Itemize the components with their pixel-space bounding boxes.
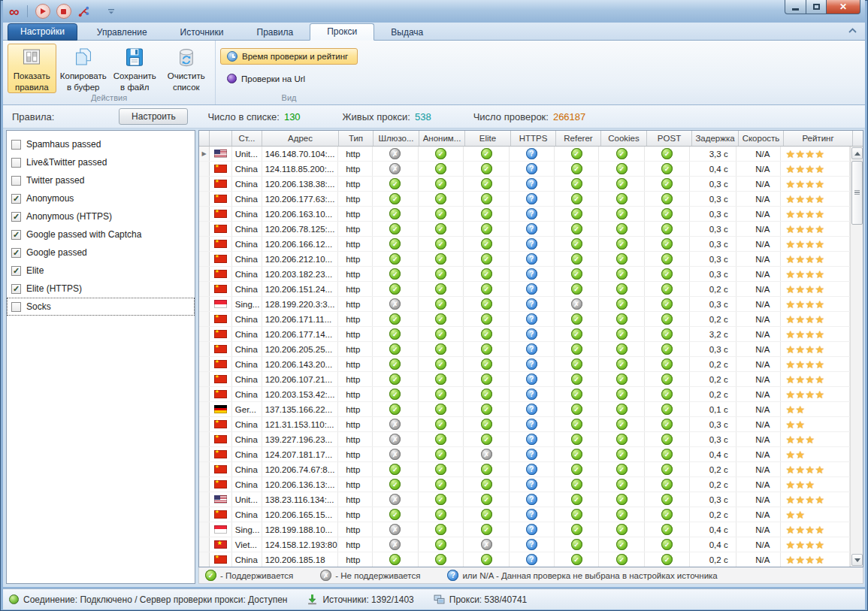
checkbox[interactable]	[11, 158, 21, 168]
address-cell: 124.118.85.200:...	[262, 162, 339, 176]
table-row[interactable]: Unit...138.23.116.134:...http✗✓✓?✓✓✓0,3 …	[199, 492, 850, 507]
tab-istochniki[interactable]: Источники	[164, 25, 240, 41]
table-row[interactable]: China120.206.165.15...http✓✓✓?✓✓✓0,2 сN/…	[199, 507, 850, 522]
checkbox-checked[interactable]: ✓	[11, 284, 21, 294]
rule-checkbox-item[interactable]: Socks	[7, 298, 195, 316]
table-row[interactable]: China120.206.205.25...http✓✓✓?✓✓✓0,3 сN/…	[199, 342, 850, 357]
rule-checkbox-item[interactable]: Spamhaus passed	[7, 135, 195, 153]
question-unknown-icon: ?	[526, 419, 537, 430]
column-header-post[interactable]: POST	[647, 131, 692, 146]
table-row[interactable]: China120.203.153.42:...http✓✓✓?✓✓✓0,2 сN…	[199, 387, 850, 402]
column-header[interactable]	[199, 131, 210, 146]
rule-checkbox-item[interactable]: ✓Anonymous (HTTPS)	[7, 207, 195, 225]
tab-pravila[interactable]: Правила	[240, 25, 310, 41]
vertical-scrollbar[interactable]	[850, 147, 863, 567]
flag-cn-icon	[214, 315, 227, 323]
rule-checkbox-item[interactable]: ✓Google passed	[7, 243, 195, 262]
column-header-ст[interactable]: Ст...	[232, 131, 262, 146]
delay-cell: 0,2 с	[690, 372, 736, 386]
minimize-button[interactable]	[785, 0, 806, 14]
rule-checkbox-item[interactable]: ✓Anonymous	[7, 189, 195, 207]
table-row[interactable]: China120.206.177.14...http✓✓✓?✓✓✓3,2 сN/…	[199, 327, 850, 342]
maximize-button[interactable]	[806, 0, 827, 14]
check-supported-icon: ✓	[616, 238, 628, 250]
chevron-up-icon[interactable]	[848, 27, 857, 34]
table-row[interactable]: China120.206.74.67:8...http✓✓✓?✓✓✓0,2 сN…	[199, 462, 850, 477]
table-row[interactable]: China120.206.143.20...http✓✓✓?✓✓✓0,2 сN/…	[199, 357, 850, 372]
table-row[interactable]: China120.206.171.11...http✓✓✓?✓✓✓0,2 сN/…	[199, 312, 850, 327]
table-row[interactable]: China120.206.78.125:...http✓✓✓?✓✓✓0,3 сN…	[199, 222, 850, 237]
column-header-elite[interactable]: Elite	[465, 131, 511, 146]
checkbox-checked[interactable]: ✓	[11, 266, 21, 276]
column-header-referer[interactable]: Referer	[556, 131, 601, 146]
checkbox-checked[interactable]: ✓	[11, 230, 21, 240]
start-button[interactable]	[35, 4, 50, 19]
configure-button[interactable]: Настроить	[119, 108, 188, 125]
table-row[interactable]: China120.206.166.12...http✓✓✓?✓✓✓0,3 сN/…	[199, 237, 850, 252]
column-header-шлюзо[interactable]: Шлюзо...	[374, 131, 419, 146]
table-row[interactable]: Viet...124.158.12.193:80http✗✓✗?✓✓✓0,4 с…	[199, 537, 850, 552]
check-cell: ✓	[645, 357, 690, 371]
rule-checkbox-item[interactable]: Live&Twitter passed	[7, 153, 195, 171]
tools-icon[interactable]	[77, 5, 90, 18]
column-header-задержка[interactable]: Задержка	[692, 131, 739, 146]
checkbox[interactable]	[11, 302, 21, 312]
table-row[interactable]: China121.31.153.110:...http✗✓✓?✓✓✓0,3 сN…	[199, 417, 850, 432]
table-row[interactable]: Sing...128.199.220.3:3...http✗✓✓?✗✓✓0,3 …	[199, 297, 850, 312]
tab-nastroyki[interactable]: Настройки	[8, 23, 77, 41]
check-cell: ✓	[464, 162, 510, 176]
column-header-тип[interactable]: Тип	[339, 131, 374, 146]
stop-button[interactable]	[56, 4, 71, 19]
table-row[interactable]: China120.206.185.18http✓✓✓?✓✓✓0,2 сN/A★★…	[199, 552, 850, 567]
column-header-скорость[interactable]: Скорость	[739, 131, 784, 146]
copy-to-clipboard-button[interactable]: Копировать в буфер	[59, 44, 108, 93]
table-row[interactable]: China124.207.181.17...http✗✓✗?✓✓✓0,4 сN/…	[199, 447, 850, 462]
table-row[interactable]: China120.206.151.24...http✓✓✓?✓✓✓0,2 сN/…	[199, 282, 850, 297]
table-row[interactable]: China120.206.107.21...http✓✓✓?✓✓✓0,2 сN/…	[199, 372, 850, 387]
rule-checkbox-item[interactable]: ✓Google passed with Captcha	[7, 225, 195, 243]
scroll-down-arrow[interactable]	[851, 554, 863, 566]
table-row[interactable]: China120.206.163.10...http✓✓✓?✓✓✓0,3 сN/…	[199, 207, 850, 222]
rule-checkbox-item[interactable]: ✓Elite (HTTPS)	[7, 280, 195, 298]
country-cell: China	[232, 507, 262, 522]
tab-proksi[interactable]: Прокси	[310, 23, 374, 41]
rule-checkbox-item[interactable]: ✓Elite	[7, 262, 195, 280]
checkbox[interactable]	[11, 140, 21, 150]
url-checks-toggle[interactable]: Проверки на Url	[220, 71, 358, 86]
table-row[interactable]: China139.227.196.23...http✗✓✓?✓✓✓0,3 сN/…	[199, 432, 850, 447]
column-header-адрес[interactable]: Адрес	[262, 131, 339, 146]
column-header-аноним[interactable]: Аноним...	[419, 131, 465, 146]
table-row[interactable]: China120.206.177.63:...http✓✓✓?✓✓✓0,3 сN…	[199, 192, 850, 207]
checkbox-checked[interactable]: ✓	[11, 194, 21, 204]
window-controls: ✕	[785, 0, 860, 14]
clear-list-button[interactable]: Очистить список	[162, 44, 211, 93]
table-row[interactable]: China120.206.136.13:...http✓✓✓?✓✓✓0,2 сN…	[199, 477, 850, 492]
checkbox-checked[interactable]: ✓	[11, 248, 21, 258]
column-header-рейтинг[interactable]: Рейтинг	[784, 131, 853, 146]
column-header[interactable]	[210, 131, 232, 146]
save-to-file-button[interactable]: Сохранить в файл	[110, 44, 159, 93]
table-row[interactable]: China120.206.212.10...http✓✓✓?✓✓✓0,3 сN/…	[199, 252, 850, 267]
table-row[interactable]: China120.203.182.23...http✓✓✓?✓✓✓0,3 сN/…	[199, 267, 850, 282]
check-supported-icon: ✓	[616, 419, 628, 430]
table-row[interactable]: China120.206.138.38:...http✓✓✓?✓✓✓0,3 сN…	[199, 177, 850, 192]
show-rules-button[interactable]: Показать правила	[8, 44, 56, 93]
check-supported-icon: ✓	[389, 253, 401, 265]
checkbox[interactable]	[11, 176, 21, 186]
check-time-rating-toggle[interactable]: Время проверки и рейтинг	[220, 48, 358, 65]
table-row[interactable]: China124.118.85.200:...http✗✓✓?✓✓✓0,4 сN…	[199, 162, 850, 177]
close-button[interactable]: ✕	[827, 0, 860, 14]
checkbox-checked[interactable]: ✓	[11, 212, 21, 222]
scroll-up-arrow[interactable]	[851, 147, 863, 159]
column-header-cookies[interactable]: Cookies	[601, 131, 647, 146]
rule-checkbox-item[interactable]: Twitter passed	[7, 171, 195, 189]
tab-vydacha[interactable]: Выдача	[374, 25, 440, 41]
table-row[interactable]: ▶Unit...146.148.70.104:...http✗✓✓?✓✓✓3,3…	[199, 147, 850, 162]
scrollbar-thumb[interactable]	[851, 161, 863, 225]
tab-upravlenie[interactable]: Управление	[80, 25, 164, 41]
table-row[interactable]: Sing...128.199.188.10...http✗✓✓?✓✓✓0,4 с…	[199, 522, 850, 537]
toolbar-options-icon[interactable]	[107, 7, 116, 16]
address-cell: 120.206.171.11...	[262, 312, 339, 326]
column-header-https[interactable]: HTTPS	[511, 131, 556, 146]
table-row[interactable]: Ger...137.135.166.22...http✓✓✓?✓✓✓0,1 сN…	[199, 402, 850, 417]
